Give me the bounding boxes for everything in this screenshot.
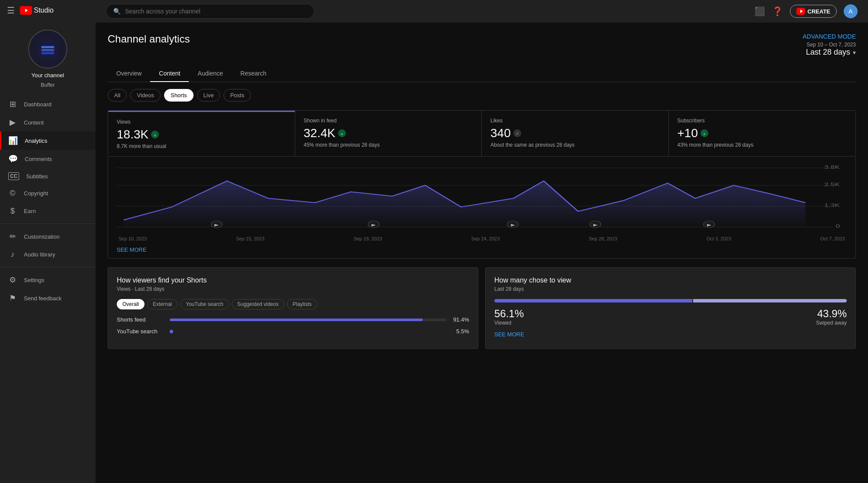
stat-value-subscribers: +10 ▲ <box>677 126 847 140</box>
metric-viewed: 56.1% Viewed <box>494 308 524 326</box>
sidebar-item-content[interactable]: ▶ Content <box>0 113 95 131</box>
advanced-mode-button[interactable]: ADVANCED MODE <box>802 33 856 40</box>
filter-videos[interactable]: Videos <box>130 89 161 102</box>
sidebar-item-copyright[interactable]: © Copyright <box>0 184 95 202</box>
sidebar-item-customization[interactable]: ✏ Customization <box>0 227 95 246</box>
filter-all[interactable]: All <box>108 89 127 102</box>
feedback-icon: ⚑ <box>8 293 17 303</box>
progress-row-shorts-feed: Shorts feed 91.4% <box>117 316 469 323</box>
svg-rect-2 <box>41 46 54 48</box>
stat-card-likes[interactable]: Likes 340 ✓ About the same as previous 2… <box>482 111 669 156</box>
tab-overview[interactable]: Overview <box>108 66 150 82</box>
x-label-2: Sep 19, 2023 <box>354 236 382 241</box>
create-button[interactable]: CREATE <box>790 5 837 18</box>
stat-label-subscribers: Subscribers <box>677 118 847 124</box>
sidebar-item-send-feedback[interactable]: ⚑ Send feedback <box>0 289 95 307</box>
create-btn-icon <box>796 8 805 15</box>
sidebar-item-label: Subtitles <box>26 173 48 180</box>
filter-shorts[interactable]: Shorts <box>164 89 194 102</box>
sidebar-item-label: Dashboard <box>24 101 52 108</box>
analytics-tabs: Overview Content Audience Research <box>108 66 856 82</box>
sidebar-item-subtitles[interactable]: CC Subtitles <box>0 168 95 184</box>
sidebar-top: ☰ Studio <box>0 0 95 21</box>
tab-content[interactable]: Content <box>150 66 189 82</box>
svg-rect-3 <box>41 49 54 51</box>
source-tab-playlists[interactable]: Playlists <box>287 299 317 309</box>
shorts-marker-2: ▶ <box>368 221 379 228</box>
how-many-card: How many chose to view Last 28 days 56.1… <box>485 267 856 349</box>
stats-cards: Views 18.3K ▲ 8.7K more than usual Shown… <box>108 110 856 157</box>
stat-card-subscribers[interactable]: Subscribers +10 ▲ 43% more than previous… <box>669 111 856 156</box>
sidebar-item-dashboard[interactable]: ⊞ Dashboard <box>0 95 95 113</box>
source-tab-suggested[interactable]: Suggested videos <box>232 299 284 309</box>
svg-text:▶: ▶ <box>707 223 712 227</box>
progress-label-shorts-feed: Shorts feed <box>117 316 164 323</box>
logo-text: Studio <box>34 7 53 14</box>
badge-up-views: ▲ <box>151 131 159 138</box>
see-more-button[interactable]: SEE MORE <box>117 241 847 255</box>
filter-live[interactable]: Live <box>197 89 220 102</box>
sidebar-item-comments[interactable]: 💬 Comments <box>0 150 95 168</box>
stat-value-shown: 32.4K ▲ <box>304 126 473 140</box>
date-range-value: Last 28 days <box>806 48 850 57</box>
topbar-right: ⬛ ❓ CREATE A <box>754 4 858 18</box>
x-label-6: Oct 7, 2023 <box>820 236 845 241</box>
svg-marker-5 <box>800 10 803 13</box>
sidebar-item-label: Customization <box>24 233 59 240</box>
source-tab-external[interactable]: External <box>147 299 178 309</box>
content-area: Channel analytics ADVANCED MODE Sep 10 –… <box>95 23 868 483</box>
stat-label-views: Views <box>117 119 286 125</box>
channel-handle: Buffer <box>41 82 55 88</box>
metric-value-swiped: 43.9% <box>817 308 847 320</box>
dual-bar-viewed <box>494 299 692 302</box>
date-range-label: Sep 10 – Oct 7, 2023 <box>807 42 856 48</box>
sidebar-item-settings[interactable]: ⚙ Settings <box>0 271 95 289</box>
copyright-icon: © <box>8 189 17 198</box>
search-input[interactable] <box>125 8 307 15</box>
dual-bar-swiped <box>693 299 847 302</box>
sidebar-item-earn[interactable]: $ Earn <box>0 202 95 220</box>
svg-marker-0 <box>25 9 28 12</box>
svg-text:2.5K: 2.5K <box>824 182 840 187</box>
views-chart: 3.8K 2.5K 1.3K 0 <box>117 164 847 233</box>
filter-posts[interactable]: Posts <box>224 89 251 102</box>
sidebar-item-label: Earn <box>24 208 36 214</box>
shorts-marker-4: ▶ <box>590 221 601 228</box>
svg-text:▶: ▶ <box>511 223 516 227</box>
source-tab-youtube-search[interactable]: YouTube search <box>180 299 229 309</box>
badge-up-shown: ▲ <box>338 129 346 137</box>
hamburger-icon[interactable]: ☰ <box>7 5 15 16</box>
x-label-5: Oct 3, 2023 <box>707 236 731 241</box>
date-range-selector[interactable]: Sep 10 – Oct 7, 2023 Last 28 days ▾ <box>806 42 856 57</box>
notifications-icon[interactable]: ⬛ <box>754 6 765 16</box>
how-many-see-more-button[interactable]: SEE MORE <box>494 326 847 339</box>
bottom-grid: How viewers find your Shorts Views · Las… <box>108 267 856 349</box>
progress-fill-shorts-feed <box>170 319 423 321</box>
badge-neutral-likes: ✓ <box>513 129 521 137</box>
earn-icon: $ <box>8 207 17 216</box>
help-icon[interactable]: ❓ <box>772 6 783 16</box>
user-avatar[interactable]: A <box>844 4 858 18</box>
stat-value-views: 18.3K ▲ <box>117 128 286 141</box>
how-viewers-card: How viewers find your Shorts Views · Las… <box>108 267 478 349</box>
progress-label-youtube-search: YouTube search <box>117 328 164 335</box>
tab-research[interactable]: Research <box>232 66 275 82</box>
stat-label-shown: Shown in feed <box>304 118 473 124</box>
settings-icon: ⚙ <box>8 275 17 285</box>
dual-bar <box>494 299 847 302</box>
sidebar-item-audio-library[interactable]: ♪ Audio library <box>0 246 95 263</box>
sidebar-item-label: Audio library <box>24 251 55 258</box>
avatar[interactable] <box>28 30 67 69</box>
source-tab-overall[interactable]: Overall <box>117 299 145 309</box>
tab-audience[interactable]: Audience <box>189 66 231 82</box>
svg-text:0: 0 <box>835 223 840 229</box>
metric-label-swiped: Swiped away <box>816 320 847 326</box>
stat-card-shown-in-feed[interactable]: Shown in feed 32.4K ▲ 45% more than prev… <box>295 111 482 156</box>
create-label: CREATE <box>808 8 830 15</box>
sidebar-item-analytics[interactable]: 📊 Analytics <box>0 131 95 150</box>
shorts-marker-3: ▶ <box>507 221 518 228</box>
search-bar[interactable]: 🔍 <box>106 4 314 19</box>
subtitles-icon: CC <box>8 172 19 180</box>
stat-change-subscribers: 43% more than previous 28 days <box>677 142 847 148</box>
stat-card-views[interactable]: Views 18.3K ▲ 8.7K more than usual <box>108 111 295 156</box>
